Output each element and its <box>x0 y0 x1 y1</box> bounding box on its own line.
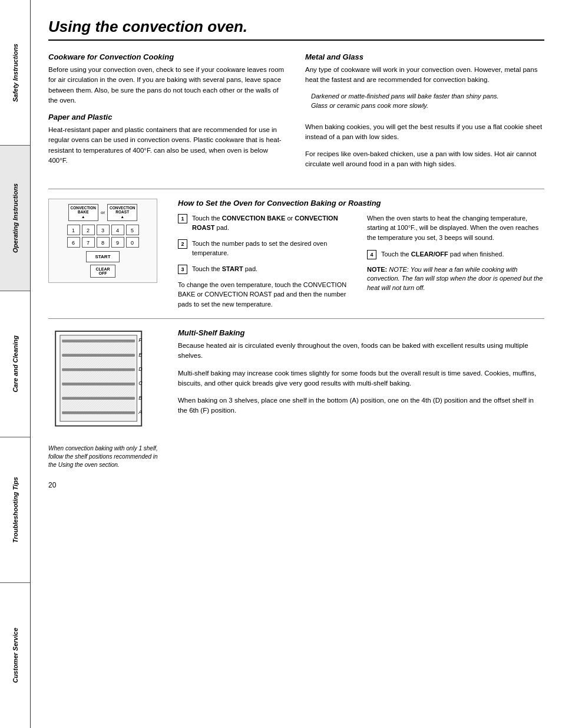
num-3[interactable]: 3 <box>97 225 110 235</box>
keypad-row-1: 1 2 3 4 5 <box>54 225 152 235</box>
svg-rect-15 <box>62 342 135 354</box>
step-3-text: Touch the START pad. <box>192 264 257 274</box>
paper-plastic-text: Heat-resistant paper and plastic contain… <box>48 125 287 166</box>
metal-glass-intro: Any type of cookware will work in your c… <box>305 65 544 85</box>
step-3: 3 Touch the START pad. <box>178 264 355 274</box>
bottom-section: F E D C B A When convection baki <box>48 328 544 469</box>
sidebar-item-operating[interactable]: Operating Instructions <box>0 146 30 291</box>
change-temp-text: To change the oven temperature, touch th… <box>178 280 355 309</box>
middle-section: CONVECTIONBAKE▲ or CONVECTIONROAST▲ 1 2 … <box>48 199 544 309</box>
svg-rect-16 <box>62 357 135 368</box>
keypad-numbers: 1 2 3 4 5 6 7 8 9 0 <box>54 225 152 248</box>
keypad-top-row: CONVECTIONBAKE▲ or CONVECTIONROAST▲ <box>54 204 152 221</box>
note-italic: NOTE: You will hear a fan while cooking … <box>367 266 543 291</box>
num-9[interactable]: 9 <box>111 237 124 248</box>
metal-glass-heading: Metal and Glass <box>305 52 544 61</box>
oven-diagram: CONVECTIONBAKE▲ or CONVECTIONROAST▲ 1 2 … <box>48 199 166 309</box>
svg-rect-8 <box>62 411 135 414</box>
svg-text:D: D <box>138 366 143 372</box>
shelf-diagram-svg: F E D C B A <box>48 328 157 437</box>
step-1-text: Touch the CONVECTION BAKE or CONVECTION … <box>192 213 355 233</box>
num-1[interactable]: 1 <box>67 225 80 235</box>
num-4[interactable]: 4 <box>111 225 124 235</box>
clear-off-btn[interactable]: CLEAROFF <box>90 265 115 278</box>
sidebar-item-safety[interactable]: Safety Instructions <box>0 0 30 146</box>
metal-glass-text2: For recipes like oven-baked chicken, use… <box>305 149 544 170</box>
step-1: 1 Touch the CONVECTION BAKE or CONVECTIO… <box>178 213 355 233</box>
section-divider-2 <box>48 318 544 319</box>
num-6[interactable]: 6 <box>67 237 80 248</box>
svg-text:C: C <box>138 380 143 386</box>
svg-text:E: E <box>138 352 142 358</box>
shelf-diagram-col: F E D C B A When convection baki <box>48 328 166 469</box>
multi-shelf-text3: When baking on 3 shelves, place one shel… <box>178 396 544 416</box>
main-content: Using the convection oven. Cookware for … <box>31 0 562 728</box>
step-4: 4 Touch the CLEAR/OFF pad when finished. <box>367 249 544 259</box>
svg-rect-5 <box>62 368 135 371</box>
right-column: Metal and Glass Any type of cookware wil… <box>305 52 544 177</box>
step-num-3: 3 <box>178 265 187 274</box>
cookware-heading: Cookware for Convection Cooking <box>48 52 287 61</box>
step-2-text: Touch the number pads to set the desired… <box>192 239 355 258</box>
steps-left: 1 Touch the CONVECTION BAKE or CONVECTIO… <box>178 213 355 309</box>
multi-shelf-text2: Multi-shelf baking may increase cook tim… <box>178 368 544 389</box>
num-2[interactable]: 2 <box>82 225 95 235</box>
keypad-bottom: START CLEAROFF <box>54 251 152 278</box>
sidebar-item-customer[interactable]: Customer Service <box>0 583 30 728</box>
steps-right: When the oven starts to heat the changin… <box>367 213 544 309</box>
step-num-4: 4 <box>367 250 376 259</box>
steps-grid: 1 Touch the CONVECTION BAKE or CONVECTIO… <box>178 213 544 309</box>
sidebar: Safety Instructions Operating Instructio… <box>0 0 31 728</box>
sidebar-label-safety: Safety Instructions <box>12 44 19 102</box>
num-8[interactable]: 8 <box>97 237 110 248</box>
paper-plastic-heading: Paper and Plastic <box>48 113 287 121</box>
svg-rect-18 <box>62 386 135 397</box>
title-divider <box>48 39 544 41</box>
num-7[interactable]: 7 <box>82 237 95 248</box>
metal-glass-note2: Glass or ceramic pans cook more slowly. <box>305 102 544 109</box>
svg-text:B: B <box>138 395 142 401</box>
right-text: When the oven starts to heat the changin… <box>367 213 544 243</box>
top-section: Cookware for Convection Cooking Before u… <box>48 52 544 177</box>
cookware-intro: Before using your convection oven, check… <box>48 65 287 106</box>
convection-bake-btn[interactable]: CONVECTIONBAKE▲ <box>68 204 98 221</box>
or-label: or <box>101 210 105 215</box>
left-column: Cookware for Convection Cooking Before u… <box>48 52 287 177</box>
sidebar-item-care[interactable]: Care and Cleaning <box>0 291 30 437</box>
svg-text:A: A <box>138 409 142 415</box>
sidebar-label-operating: Operating Instructions <box>12 183 19 253</box>
sidebar-label-customer: Customer Service <box>12 628 19 683</box>
page-number: 20 <box>48 481 544 489</box>
num-0[interactable]: 0 <box>126 237 139 248</box>
convection-roast-btn[interactable]: CONVECTIONROAST▲ <box>107 204 137 221</box>
svg-rect-4 <box>62 354 135 357</box>
section-divider-1 <box>48 189 544 189</box>
sidebar-label-care: Care and Cleaning <box>12 335 19 393</box>
shelf-caption: When convection baking with only 1 shelf… <box>48 444 166 469</box>
start-btn[interactable]: START <box>86 251 119 262</box>
multi-shelf-heading: Multi-Shelf Baking <box>178 328 544 337</box>
page-title: Using the convection oven. <box>48 18 544 36</box>
sidebar-item-troubleshooting[interactable]: Troubleshooting Tips <box>0 437 30 583</box>
oven-keypad: CONVECTIONBAKE▲ or CONVECTIONROAST▲ 1 2 … <box>48 199 157 283</box>
sidebar-label-troubleshooting: Troubleshooting Tips <box>12 477 19 543</box>
svg-text:F: F <box>138 337 142 343</box>
keypad-row-2: 6 7 8 9 0 <box>54 237 152 248</box>
svg-rect-17 <box>62 371 135 383</box>
step-num-1: 1 <box>178 214 187 223</box>
metal-glass-text1: When baking cookies, you will get the be… <box>305 122 544 143</box>
step-num-2: 2 <box>178 239 187 249</box>
svg-rect-19 <box>62 400 135 411</box>
multi-shelf-text1: Because heated air is circulated evenly … <box>178 341 544 361</box>
svg-rect-6 <box>62 383 135 386</box>
metal-glass-note1: Darkened or matte-finished pans will bak… <box>305 93 544 100</box>
step-2: 2 Touch the number pads to set the desir… <box>178 239 355 258</box>
num-5[interactable]: 5 <box>126 225 139 235</box>
note-text: NOTE: NOTE: You will hear a fan while co… <box>367 265 544 292</box>
step-4-text: Touch the CLEAR/OFF pad when finished. <box>381 249 504 259</box>
multi-shelf-col: Multi-Shelf Baking Because heated air is… <box>178 328 544 469</box>
instructions-col: How to Set the Oven for Convection Bakin… <box>178 199 544 309</box>
how-to-heading: How to Set the Oven for Convection Bakin… <box>178 199 544 207</box>
svg-rect-7 <box>62 397 135 400</box>
